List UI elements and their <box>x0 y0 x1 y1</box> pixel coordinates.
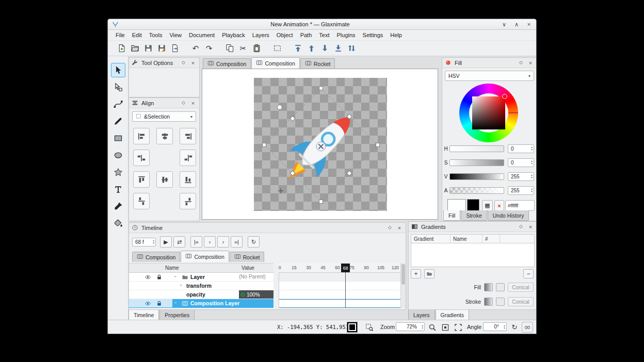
visibility-eye-icon[interactable] <box>144 300 151 307</box>
float-panel-icon[interactable] <box>180 59 187 67</box>
alpha-slider[interactable] <box>449 187 504 194</box>
lock-icon[interactable] <box>156 300 163 307</box>
close-panel-icon[interactable]: × <box>527 59 534 67</box>
menu-object[interactable]: Object <box>273 31 297 39</box>
fill-tool-tool-button[interactable] <box>111 216 125 231</box>
zoom-area-button[interactable] <box>364 322 375 333</box>
align-right-button[interactable] <box>180 128 196 144</box>
secondary-color-swatch[interactable] <box>467 199 479 211</box>
saturation-slider[interactable] <box>449 159 504 166</box>
timeline-tab-composition[interactable]: Composition <box>132 252 180 262</box>
close-panel-icon[interactable]: × <box>396 224 403 232</box>
remove-gradient-button[interactable]: − <box>523 269 534 278</box>
primary-color-swatch[interactable] <box>447 199 466 211</box>
document-export-button[interactable] <box>169 42 181 55</box>
window-close-button[interactable]: × <box>525 21 533 28</box>
timeline-tracks[interactable] <box>279 273 400 308</box>
close-panel-icon[interactable]: × <box>527 223 534 231</box>
menu-settings[interactable]: Settings <box>359 31 387 39</box>
color-marker[interactable] <box>502 94 507 99</box>
current-color-swatch[interactable] <box>347 322 358 333</box>
menu-view[interactable]: View <box>166 31 185 39</box>
palette-button[interactable]: ▦ <box>482 200 493 211</box>
align-outside-top-button[interactable] <box>133 193 150 209</box>
window-shade-button[interactable]: ∨ <box>501 21 508 28</box>
track-row-opacity[interactable] <box>279 290 400 299</box>
fill-gradient-swatch-2[interactable] <box>496 283 505 291</box>
last-frame-button[interactable]: »| <box>231 236 243 248</box>
float-panel-icon[interactable] <box>386 224 393 232</box>
align-bottom-button[interactable] <box>180 171 196 188</box>
prev-frame-button[interactable]: ‹ <box>204 236 216 248</box>
close-panel-icon[interactable]: × <box>189 100 197 107</box>
ellipse-tool-button[interactable] <box>111 148 125 162</box>
canvas-tab-composition[interactable]: Composition <box>251 57 299 69</box>
hue-spinbox[interactable]: 0▴▾ <box>508 144 534 153</box>
close-panel-icon[interactable]: × <box>189 59 197 67</box>
reset-angle-button[interactable]: ↻ <box>509 322 520 333</box>
gradient-column-name[interactable]: Name <box>450 235 482 243</box>
copy-button[interactable] <box>223 42 236 55</box>
hue-marker[interactable] <box>508 112 518 113</box>
object-reorder-button[interactable] <box>345 42 358 55</box>
align-hcenter-button[interactable] <box>156 128 173 144</box>
menu-layers[interactable]: Layers <box>249 31 273 39</box>
visibility-eye-icon[interactable] <box>144 274 151 281</box>
chevron-down-icon[interactable]: › <box>173 276 178 277</box>
menu-plugins[interactable]: Plugins <box>333 31 359 39</box>
chevron-right-icon[interactable]: › <box>180 283 182 288</box>
alpha-spinbox[interactable]: 255▴▾ <box>508 186 534 195</box>
chevron-down-icon[interactable]: › <box>173 302 178 304</box>
align-vcenter-button[interactable] <box>156 171 173 188</box>
gradient-column-[interactable]: # <box>482 235 500 243</box>
float-panel-icon[interactable] <box>517 223 524 231</box>
menu-help[interactable]: Help <box>387 31 406 39</box>
canvas-tab-rocket[interactable]: Rocket <box>300 58 335 69</box>
timeline-row-composition-layer[interactable]: ›Composition Layer <box>129 299 273 308</box>
zoom-original-button[interactable] <box>440 322 451 333</box>
frame-view-button[interactable] <box>453 322 464 333</box>
menu-playback[interactable]: Playback <box>218 31 249 39</box>
star-tool-button[interactable] <box>111 165 125 179</box>
track-row-transform[interactable] <box>279 282 400 290</box>
color-space-combobox[interactable]: HSV ▾ <box>445 71 534 81</box>
document-save-button[interactable] <box>142 42 154 55</box>
track-row-layer[interactable] <box>279 273 400 282</box>
document-new-button[interactable] <box>115 42 127 55</box>
paste-button[interactable] <box>250 42 263 55</box>
window-maximize-button[interactable]: ∧ <box>513 21 520 28</box>
menu-document[interactable]: Document <box>185 31 218 39</box>
lock-icon[interactable] <box>156 274 163 281</box>
render-frame-button[interactable] <box>271 42 283 55</box>
align-relative-to-combobox[interactable]: &Selection ▾ <box>132 111 196 122</box>
undo-button[interactable]: ↶ <box>189 42 202 55</box>
align-outside-bottom-button[interactable] <box>180 193 196 209</box>
object-to-bottom-button[interactable] <box>332 42 344 55</box>
tab-properties[interactable]: Properties <box>159 310 195 320</box>
timeline-tab-rocket[interactable]: Rocket <box>230 252 265 262</box>
rectangle-tool-button[interactable] <box>111 131 125 145</box>
tab-undo-history[interactable]: Undo History <box>488 210 529 221</box>
select-tool-button[interactable] <box>111 63 125 77</box>
tab-timeline[interactable]: Timeline <box>128 310 159 320</box>
object-to-top-button[interactable] <box>292 42 304 55</box>
tab-layers[interactable]: Layers <box>408 310 435 320</box>
edit-nodes-tool-button[interactable] <box>111 80 125 94</box>
saturation-spinbox[interactable]: 0▴▾ <box>508 158 534 167</box>
hue-slider[interactable] <box>449 145 504 152</box>
align-top-button[interactable] <box>133 171 150 188</box>
menu-file[interactable]: File <box>112 31 128 39</box>
gradient-list[interactable] <box>411 243 535 267</box>
hex-color-input[interactable]: #ffffff <box>505 200 535 211</box>
zoom-fit-button[interactable] <box>427 322 438 333</box>
fill-gradient-swatch[interactable] <box>484 283 493 291</box>
cut-button[interactable]: ✂ <box>237 42 249 55</box>
float-panel-icon[interactable] <box>517 59 524 67</box>
record-button[interactable]: ↻ <box>248 236 260 248</box>
menu-path[interactable]: Path <box>297 31 316 39</box>
document-open-button[interactable] <box>128 42 141 55</box>
canvas-tab-composition[interactable]: Composition <box>203 58 251 69</box>
clear-color-button[interactable]: × <box>494 200 504 211</box>
align-outside-right-button[interactable] <box>180 150 196 166</box>
draw-tool-button[interactable] <box>111 114 125 128</box>
